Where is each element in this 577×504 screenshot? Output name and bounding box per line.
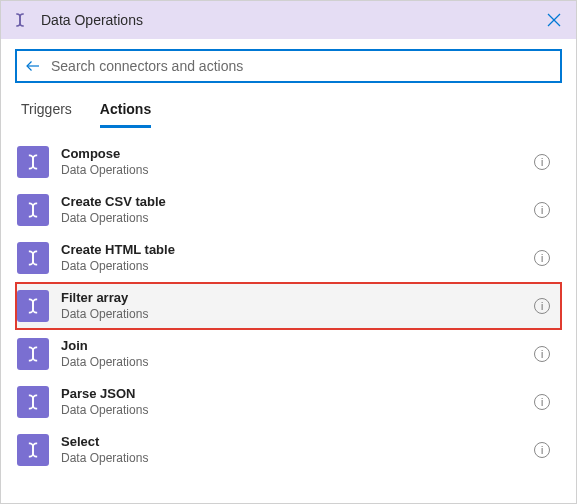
connector-icon xyxy=(17,194,49,226)
info-button[interactable]: i xyxy=(534,442,550,458)
tab-triggers[interactable]: Triggers xyxy=(21,101,72,128)
action-name: Create HTML table xyxy=(61,242,522,258)
action-text: Create CSV tableData Operations xyxy=(61,194,522,225)
info-icon: i xyxy=(541,445,543,456)
data-operations-icon xyxy=(9,9,31,31)
search-box[interactable] xyxy=(15,49,562,83)
search-input[interactable] xyxy=(51,51,554,81)
action-connector: Data Operations xyxy=(61,451,522,466)
connector-icon xyxy=(17,338,49,370)
action-text: Parse JSONData Operations xyxy=(61,386,522,417)
action-name: Select xyxy=(61,434,522,450)
info-button[interactable]: i xyxy=(534,202,550,218)
action-connector: Data Operations xyxy=(61,403,522,418)
action-text: Create HTML tableData Operations xyxy=(61,242,522,273)
close-icon xyxy=(546,12,562,28)
arrow-left-icon xyxy=(24,57,42,75)
info-icon: i xyxy=(541,157,543,168)
action-text: Filter arrayData Operations xyxy=(61,290,522,321)
panel-content: Triggers Actions ComposeData Operationsi… xyxy=(1,39,576,503)
action-name: Filter array xyxy=(61,290,522,306)
action-row[interactable]: Create HTML tableData Operationsi xyxy=(15,234,562,282)
info-icon: i xyxy=(541,349,543,360)
info-button[interactable]: i xyxy=(534,346,550,362)
connector-icon xyxy=(17,146,49,178)
action-picker-panel: Data Operations Triggers Actions Compose… xyxy=(0,0,577,504)
info-button[interactable]: i xyxy=(534,154,550,170)
action-row[interactable]: Parse JSONData Operationsi xyxy=(15,378,562,426)
close-button[interactable] xyxy=(540,6,568,34)
action-row[interactable]: JoinData Operationsi xyxy=(15,330,562,378)
action-text: ComposeData Operations xyxy=(61,146,522,177)
connector-icon xyxy=(17,242,49,274)
info-button[interactable]: i xyxy=(534,394,550,410)
info-icon: i xyxy=(541,253,543,264)
panel-titlebar: Data Operations xyxy=(1,1,576,39)
action-name: Parse JSON xyxy=(61,386,522,402)
action-row[interactable]: ComposeData Operationsi xyxy=(15,138,562,186)
connector-icon xyxy=(17,386,49,418)
action-name: Join xyxy=(61,338,522,354)
info-button[interactable]: i xyxy=(534,298,550,314)
panel-title: Data Operations xyxy=(41,12,530,28)
action-connector: Data Operations xyxy=(61,307,522,322)
info-icon: i xyxy=(541,301,543,312)
action-connector: Data Operations xyxy=(61,163,522,178)
action-row[interactable]: Create CSV tableData Operationsi xyxy=(15,186,562,234)
info-button[interactable]: i xyxy=(534,250,550,266)
connector-icon xyxy=(17,290,49,322)
info-icon: i xyxy=(541,397,543,408)
info-icon: i xyxy=(541,205,543,216)
tab-actions[interactable]: Actions xyxy=(100,101,151,128)
action-list: ComposeData OperationsiCreate CSV tableD… xyxy=(15,138,562,503)
back-button[interactable] xyxy=(23,56,43,76)
action-connector: Data Operations xyxy=(61,259,522,274)
action-connector: Data Operations xyxy=(61,211,522,226)
action-row[interactable]: Filter arrayData Operationsi xyxy=(15,282,562,330)
action-connector: Data Operations xyxy=(61,355,522,370)
connector-icon xyxy=(17,434,49,466)
action-text: JoinData Operations xyxy=(61,338,522,369)
action-text: SelectData Operations xyxy=(61,434,522,465)
action-name: Create CSV table xyxy=(61,194,522,210)
tabs: Triggers Actions xyxy=(15,101,562,128)
action-row[interactable]: SelectData Operationsi xyxy=(15,426,562,474)
action-name: Compose xyxy=(61,146,522,162)
